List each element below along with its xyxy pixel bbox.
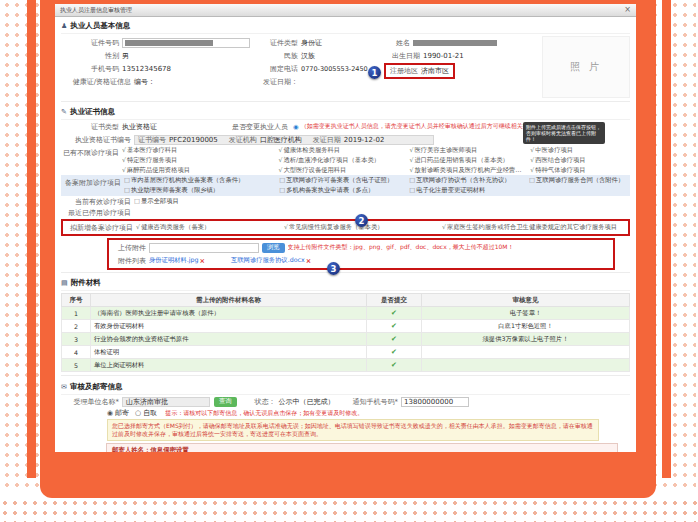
cert-type-value: 执业资格证 (122, 122, 232, 132)
id-number-label: 证件号码 (61, 38, 122, 48)
checkbox-owned-12[interactable]: √特种气体诊疗项目 (530, 166, 636, 175)
id-type-label: 证件类型 (254, 38, 301, 48)
checkbox-newfiling-3[interactable]: √家庭医生签约服务或符合卫生健康委规定的其它诊疗服务项目 (442, 223, 628, 232)
checkbox-newfiling-1[interactable]: √健康咨询类服务（备案） (136, 223, 284, 232)
marker-2: 2 (355, 214, 368, 227)
region-value: 济南市区 (421, 66, 449, 76)
certno-f3-label: 发证日期 (313, 135, 341, 145)
certno-f2-value: 口腔医疗机构 (260, 135, 302, 145)
annotation-box-3: 3 上传附件 浏览 支持上传附件文件类型：jpg、png、gif、pdf、doc… (107, 238, 615, 270)
newfiling-label: 拟新增备案诊疗项目 (63, 223, 136, 233)
birth-label: 出生日期 (384, 51, 423, 61)
tooltip-line-2: 否则审核时将无法查看已上传附件！ (526, 130, 602, 142)
upload-hint: 支持上传附件文件类型：jpg、png、gif、pdf、doc、docx，最大上传… (288, 243, 514, 252)
gender-value: 男 (122, 51, 250, 61)
dialog-window: 执业人员注册信息审核管理 × ♟ 执业人员基本信息 证件号码 性别 男 手机号码… (55, 4, 636, 452)
filing-item-1[interactable]: □市内基层医疗机构执业备案表（含条件） (124, 176, 275, 185)
change-label: 是否变更执业人员 (232, 122, 291, 132)
query-button[interactable]: 查询 (214, 397, 237, 407)
redacted-id (125, 40, 213, 46)
region-label: 注册地区 (390, 66, 421, 76)
marker-3: 3 (327, 262, 340, 275)
checkbox-owned-11[interactable]: √放射诊断类项目及医疗机构产业经营许可项目 (409, 166, 526, 175)
table-row: 5 单位上岗证明材料 ✔ (62, 359, 630, 372)
mail-method-label: 邮寄方式 (61, 443, 106, 452)
checkbox-owned-3[interactable]: √医疗美容主诊医师项目 (409, 146, 526, 155)
mobile-value: 13512345678 (122, 65, 250, 73)
attach-list-label: 附件列表 (112, 256, 149, 266)
person-icon: ♟ (61, 22, 67, 30)
certno-f1-value: PFC20190005 (169, 136, 218, 144)
filing-item-3[interactable]: □互联网诊疗协议书（含补充协议） (409, 176, 525, 185)
window-title: 执业人员注册信息审核管理 (60, 6, 132, 15)
dot-pattern-right (650, 0, 696, 492)
table-row: 1 （海南省）医师执业注册申请审核表（原件） ✔ 电子签章！ (62, 307, 630, 320)
checkbox-owned-2[interactable]: √健康体检类服务科目 (278, 146, 405, 155)
checkbox-owned-5[interactable]: √特定医疗服务项目 (122, 156, 274, 165)
close-icon[interactable]: × (624, 6, 631, 14)
orange-stripe-left (27, 0, 36, 478)
col-name: 需上传的附件材料名称 (91, 294, 367, 307)
envelope-icon: ✉ (61, 383, 67, 391)
phone-input[interactable]: 13800000000 (401, 397, 469, 407)
filing-item-4[interactable]: □互联网诊疗服务合同（含附件） (529, 176, 636, 185)
filing-item-7[interactable]: □电子化注册变更证明材料 (409, 186, 525, 195)
certno-f1-label: 证书编号 (138, 135, 166, 145)
upload-label: 上传附件 (112, 243, 149, 253)
document-icon: ▤ (61, 279, 68, 287)
name-label: 姓名 (384, 38, 413, 48)
check-icon: ✔ (391, 348, 397, 356)
section-materials-title: 附件材料 (71, 278, 101, 288)
radio-self-label: 自取 (143, 408, 157, 418)
id-number-input[interactable] (122, 38, 250, 48)
ethnic-value: 汉族 (301, 51, 315, 61)
delete-attachment-2-icon[interactable]: × (306, 257, 311, 265)
checkbox-owned-8[interactable]: √西医结合诊疗项目 (530, 156, 636, 165)
tel-value: 0770-3005553-2450 (301, 65, 368, 73)
checkbox-owned-7[interactable]: √进口药品使用销售项目（基本类） (409, 156, 526, 165)
attachment-link-2[interactable]: 互联网诊疗服务协议.docx (231, 256, 305, 265)
table-row: 4 体检证明 ✔ (62, 346, 630, 359)
filing-item-5[interactable]: □执业助理医师备案表（限乡镇） (124, 186, 275, 195)
check-icon: ✔ (391, 361, 397, 369)
status-value: 公示中（已完成） (279, 397, 335, 407)
checkbox-owned-4[interactable]: √中医诊疗项目 (530, 146, 636, 155)
radio-mail-label: 邮寄 (115, 408, 129, 418)
section-review-title: 审核及邮寄信息 (70, 382, 123, 392)
attachment-link-1[interactable]: 身份证明材料.jpg (149, 256, 199, 265)
section-materials-header: ▤ 附件材料 (61, 275, 630, 291)
checkbox-owned-9[interactable]: √麻醉药品使用资格项目 (122, 166, 274, 175)
mailing-info-panel: 邮寄人姓名：信息保密设置 联 系 电 话：19123123131 邮 寄 地 址… (106, 443, 618, 452)
section-basic-header: ♟ 执业人员基本信息 (61, 18, 630, 34)
radio-self-icon[interactable]: ○ (135, 409, 141, 417)
delete-attachment-1-icon[interactable]: × (200, 257, 205, 265)
filing-item-2[interactable]: □互联网诊疗许可备案表（含电子证照） (279, 176, 405, 185)
pencil-icon: ✎ (61, 108, 67, 116)
cert-type-label: 证书类型 (61, 122, 122, 132)
annotation-box-2: 2 拟新增备案诊疗项目 √健康咨询类服务（备案） √常见病慢性病复诊服务（基本类… (61, 219, 630, 236)
mobile-label: 手机号码 (61, 64, 122, 74)
checkbox-owned-6[interactable]: √透析/血液净化诊疗项目（基本类） (278, 156, 405, 165)
filing-item-6[interactable]: □多机构备案执业申请表（多点） (279, 186, 405, 195)
browse-button[interactable]: 浏览 (262, 243, 285, 253)
check-icon: ✔ (391, 309, 397, 317)
upload-input[interactable] (149, 243, 259, 253)
org-input[interactable]: 山东济南审批 (122, 397, 210, 407)
checkbox-owned-10[interactable]: √大型医疗设备使用科目 (278, 166, 405, 175)
check-icon: ✔ (391, 322, 397, 330)
issue-date-label: 发证日期： (254, 77, 301, 87)
col-remark: 审核意见 (422, 294, 630, 307)
dot-pattern-bottom (0, 498, 698, 522)
ethnic-label: 民族 (254, 51, 301, 61)
stopped-label: 最近已停用诊疗项目 (61, 208, 134, 218)
section-review-header: ✉ 审核及邮寄信息 (61, 379, 630, 395)
radio-mail-checked-icon[interactable]: ◉ (107, 409, 113, 417)
check-icon: ✔ (391, 335, 397, 343)
checkbox-owned-1[interactable]: √基本医疗诊疗科目 (122, 146, 274, 155)
status-label: 状态： (255, 397, 279, 407)
annotation-box-1: 1 注册地区 济南市区 (384, 63, 455, 79)
id-type-value: 身份证 (301, 38, 322, 48)
checkbox-show-all[interactable]: □显示全部项目 (134, 197, 179, 206)
section-cert-title: 执业证书信息 (70, 107, 115, 117)
phone-label: 通知手机号码* (353, 397, 402, 407)
